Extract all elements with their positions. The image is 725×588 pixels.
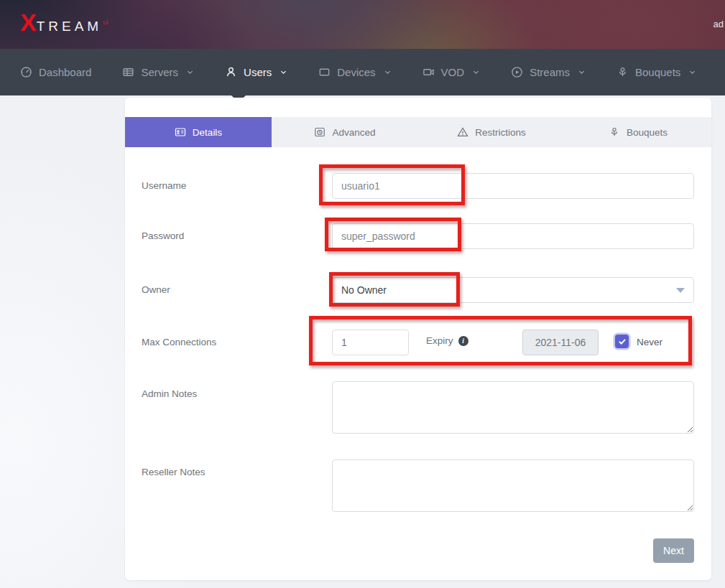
tab-details[interactable]: Details	[125, 117, 272, 147]
owner-selected-value: No Owner	[341, 284, 387, 296]
tab-label: Restrictions	[475, 127, 526, 138]
owner-label: Owner	[142, 284, 170, 295]
next-button[interactable]: Next	[653, 538, 694, 563]
dashboard-icon	[20, 66, 32, 78]
tab-label: Details	[193, 127, 222, 138]
admin-notes-label: Admin Notes	[142, 388, 197, 399]
expiry-label: Expiry	[426, 335, 453, 346]
nav-label: Streams	[530, 66, 570, 78]
clock-icon	[314, 126, 325, 138]
max-connections-label: Max Connections	[142, 337, 216, 347]
warning-icon	[457, 126, 468, 138]
xtream-logo[interactable]: X TREAM ui	[20, 10, 108, 34]
page: X TREAM ui ad Dashboard Servers Users De…	[0, 0, 725, 588]
nav-label: Dashboard	[39, 66, 91, 78]
username-label: Username	[142, 180, 186, 191]
nav-item-devices[interactable]: Devices	[318, 66, 391, 78]
id-card-icon	[175, 126, 186, 138]
flower-icon	[609, 126, 620, 138]
nav-label: VOD	[441, 66, 465, 78]
header-banner: X TREAM ui ad	[0, 0, 725, 49]
chevron-down-icon	[578, 68, 586, 76]
nav-label: Bouquets	[635, 66, 680, 78]
nav-item-users[interactable]: Users	[225, 66, 287, 78]
main-nav: Dashboard Servers Users Devices VOD Stre…	[0, 49, 725, 95]
logo-text: TREAM	[37, 19, 103, 34]
nav-item-vod[interactable]: VOD	[422, 66, 481, 78]
nav-item-streams[interactable]: Streams	[511, 66, 586, 78]
nav-item-dashboard[interactable]: Dashboard	[20, 66, 91, 78]
admin-notes-textarea[interactable]	[332, 381, 694, 434]
chevron-down-icon	[472, 68, 480, 76]
users-icon	[225, 66, 237, 78]
tab-advanced[interactable]: Advanced	[272, 117, 418, 147]
chevron-down-icon	[280, 68, 287, 76]
password-label: Password	[142, 230, 184, 241]
bouquets-icon	[617, 66, 629, 78]
username-input[interactable]	[332, 173, 694, 199]
nav-item-servers[interactable]: Servers	[122, 66, 194, 78]
chevron-down-icon	[186, 68, 194, 76]
reseller-notes-textarea[interactable]	[332, 459, 694, 512]
streams-icon	[511, 66, 523, 78]
check-icon	[618, 337, 627, 346]
chevron-down-icon	[384, 68, 392, 76]
nav-label: Devices	[337, 66, 375, 78]
user-form-card: Details Advanced Restrictions Bouquets U…	[125, 98, 711, 580]
expiry-label-group: Expiry i	[426, 335, 468, 346]
vod-icon	[422, 66, 435, 78]
never-checkbox[interactable]	[615, 335, 629, 348]
tab-label: Advanced	[332, 127, 375, 138]
account-name[interactable]: ad	[714, 19, 724, 29]
never-label: Never	[637, 337, 662, 347]
tab-restrictions[interactable]: Restrictions	[418, 117, 565, 147]
reseller-notes-label: Reseller Notes	[142, 467, 206, 477]
logo-ui-suffix: ui	[103, 19, 108, 26]
logo-x: X	[20, 10, 35, 34]
nav-item-bouquets[interactable]: Bouquets	[617, 66, 696, 78]
tab-bouquets[interactable]: Bouquets	[565, 117, 711, 147]
form-tabs: Details Advanced Restrictions Bouquets	[125, 117, 711, 147]
servers-icon	[122, 66, 134, 78]
nav-label: Users	[244, 66, 272, 78]
expiry-date-input[interactable]	[522, 330, 599, 355]
max-connections-input[interactable]	[332, 330, 409, 355]
nav-label: Servers	[141, 66, 178, 78]
password-input[interactable]	[332, 223, 694, 249]
owner-select[interactable]: No Owner	[332, 277, 694, 303]
chevron-down-icon	[688, 68, 696, 76]
devices-icon	[318, 66, 331, 78]
tab-label: Bouquets	[627, 127, 668, 138]
info-icon[interactable]: i	[458, 336, 468, 346]
select-caret-icon	[676, 288, 685, 293]
